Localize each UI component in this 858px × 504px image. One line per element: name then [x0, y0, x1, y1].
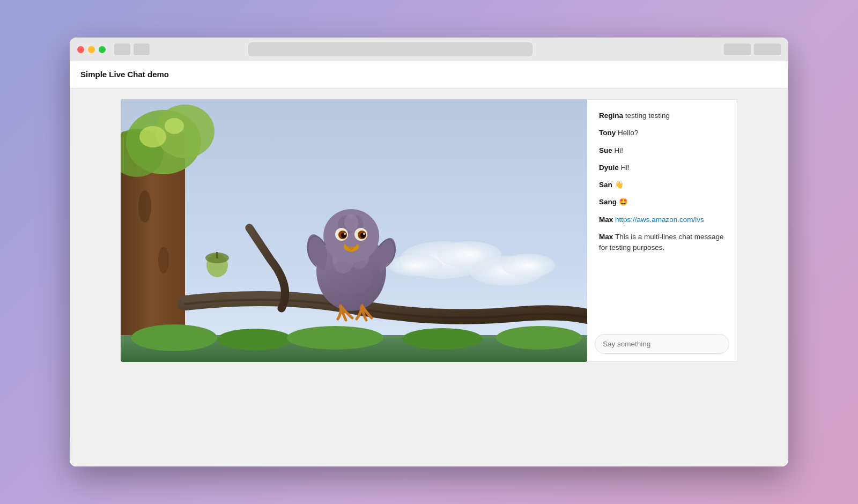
chat-text: 🤩 [619, 198, 628, 206]
chat-message: Sang 🤩 [595, 195, 729, 210]
chat-input-area [587, 329, 737, 361]
browser-actions [724, 43, 781, 55]
svg-point-30 [344, 214, 358, 231]
chat-username: Regina [599, 112, 625, 120]
chat-text: 👋 [615, 181, 624, 189]
svg-rect-16 [216, 252, 218, 258]
svg-point-38 [363, 233, 365, 235]
svg-point-26 [330, 257, 373, 295]
chat-message: Max https://aws.amazon.com/ivs [595, 212, 729, 227]
chat-link[interactable]: https://aws.amazon.com/ivs [615, 216, 704, 224]
close-button[interactable] [77, 46, 84, 53]
reload-button[interactable] [134, 43, 150, 55]
main-layout: Regina testing testingTony Hello?Sue Hi!… [107, 99, 751, 456]
svg-point-13 [165, 118, 184, 134]
svg-point-12 [139, 126, 166, 147]
chat-text: Hello? [618, 129, 638, 137]
chat-username: Max [599, 233, 615, 241]
browser-window: Simple Live Chat demo [70, 38, 788, 466]
svg-point-5 [501, 254, 555, 277]
chat-panel: Regina testing testingTony Hello?Sue Hi!… [587, 99, 737, 362]
chat-message: Max This is a multi-lines chat message f… [595, 229, 729, 256]
chat-messages-list: Regina testing testingTony Hello?Sue Hi!… [587, 100, 737, 329]
chat-username: Tony [599, 129, 618, 137]
chat-message: San 👋 [595, 177, 729, 192]
share-button[interactable] [724, 43, 751, 55]
chat-username: San [599, 181, 615, 189]
svg-point-18 [131, 324, 217, 351]
nav-buttons [114, 43, 150, 55]
chat-text: Hi! [621, 164, 630, 172]
page-content: Regina testing testingTony Hello?Sue Hi!… [70, 88, 788, 466]
address-bar[interactable] [248, 42, 532, 56]
chat-message: Regina testing testing [595, 108, 729, 123]
browser-titlebar [70, 38, 788, 61]
traffic-lights [77, 46, 106, 53]
svg-point-20 [287, 326, 383, 350]
chat-message: Sue Hi! [595, 143, 729, 158]
chat-username: Dyuie [599, 164, 621, 172]
page-header: Simple Live Chat demo [70, 61, 788, 88]
chat-text: testing testing [625, 112, 670, 120]
chat-username: Max [599, 216, 615, 224]
chat-input[interactable] [595, 334, 729, 354]
chat-username: Sue [599, 146, 615, 154]
svg-point-37 [344, 233, 346, 235]
page-title: Simple Live Chat demo [80, 70, 169, 79]
chat-text: This is a multi-lines chat message for t… [599, 233, 724, 251]
svg-point-21 [402, 328, 483, 350]
video-player[interactable] [121, 99, 587, 362]
svg-point-7 [138, 190, 151, 223]
minimize-button[interactable] [88, 46, 95, 53]
chat-username: Sang [599, 198, 619, 206]
svg-point-22 [496, 326, 582, 350]
svg-point-19 [217, 329, 292, 350]
tab-button[interactable] [754, 43, 781, 55]
fullscreen-button[interactable] [99, 46, 106, 53]
chat-text: Hi! [615, 146, 624, 154]
back-forward-button[interactable] [114, 43, 130, 55]
chat-message: Dyuie Hi! [595, 160, 729, 175]
chat-message: Tony Hello? [595, 125, 729, 140]
svg-point-3 [389, 255, 442, 276]
svg-point-8 [158, 247, 169, 273]
